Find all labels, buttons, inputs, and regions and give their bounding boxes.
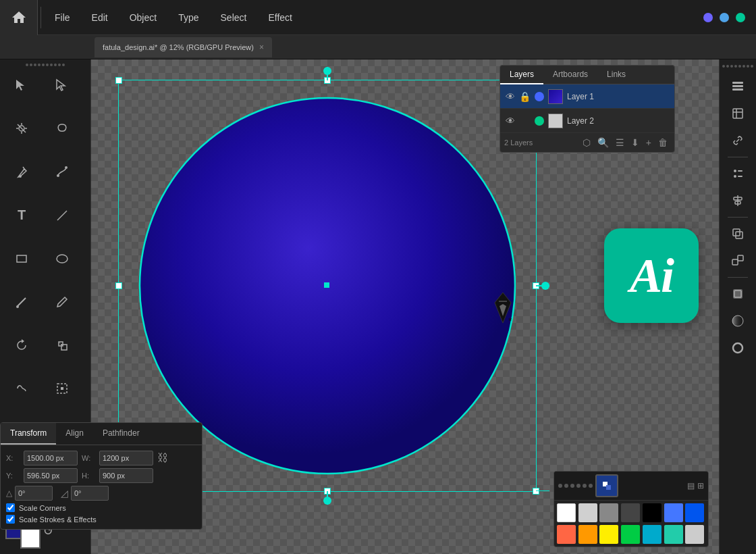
svg-point-10 <box>57 174 59 177</box>
svg-point-44 <box>734 175 736 178</box>
transform-yh-row: Y: H: <box>6 468 196 483</box>
angle-2-input[interactable] <box>71 486 109 501</box>
layer-row-2[interactable]: 👁 🔒 Layer 2 <box>500 109 674 133</box>
swatch-grid-view-btn[interactable]: ⊞ <box>697 481 704 490</box>
right-panel-artboards-btn[interactable] <box>724 101 751 126</box>
tab-close-button[interactable]: × <box>259 43 264 52</box>
right-panel-align-btn[interactable] <box>724 188 751 213</box>
angle-group-2: ◿ <box>61 486 109 501</box>
swatch-teal[interactable] <box>664 525 683 544</box>
win-btn-1[interactable] <box>703 13 713 22</box>
swatch-list-view-btn[interactable]: ▤ <box>687 481 695 490</box>
win-btn-2[interactable] <box>720 13 729 22</box>
right-panel-pathfinder-btn[interactable] <box>724 222 751 246</box>
pen-tool[interactable] <box>5 159 38 184</box>
scale-tool[interactable] <box>46 333 78 357</box>
win-btn-3[interactable] <box>736 13 745 22</box>
swatch-black[interactable] <box>643 503 662 522</box>
swatch-dark-gray[interactable] <box>621 503 640 522</box>
svg-rect-37 <box>732 82 743 84</box>
scale-corners-checkbox[interactable] <box>6 503 15 512</box>
angle-1-input[interactable] <box>15 486 53 501</box>
menu-edit[interactable]: Edit <box>81 0 119 35</box>
swatch-light-gray[interactable] <box>578 503 597 522</box>
layer-1-lock[interactable]: 🔒 <box>519 91 531 102</box>
make-sublayer-btn[interactable]: ⬡ <box>580 136 593 149</box>
warp-tool[interactable] <box>5 376 38 401</box>
right-panel-transform-btn[interactable] <box>724 249 751 273</box>
menu-effect[interactable]: Effect <box>257 0 303 35</box>
document-tab[interactable]: fatula_design.ai* @ 12% (RGB/GPU Preview… <box>94 37 272 57</box>
swatch-green[interactable] <box>621 525 640 544</box>
h-input[interactable] <box>99 468 153 483</box>
collect-in-new-layer-btn[interactable]: ☰ <box>613 136 627 149</box>
delete-layer-btn[interactable]: 🗑 <box>655 136 670 149</box>
layer-row-1[interactable]: 👁 🔒 Layer 1 <box>500 84 674 109</box>
direct-selection-tool[interactable] <box>46 73 78 97</box>
magic-wand-tool[interactable] <box>5 116 38 141</box>
paintbrush-tool[interactable] <box>5 290 38 314</box>
type-tool[interactable]: T <box>5 203 38 228</box>
layers-tab-layers[interactable]: Layers <box>500 66 543 84</box>
right-panel-layers-btn[interactable] <box>724 74 751 99</box>
layer-1-visibility[interactable]: 👁 <box>506 91 515 102</box>
layer-2-visibility[interactable]: 👁 <box>506 116 515 126</box>
scale-strokes-label: Scale Strokes & Effects <box>19 515 97 524</box>
right-panel-links-btn[interactable] <box>724 128 751 153</box>
right-panel-properties-btn[interactable] <box>724 161 751 186</box>
line-segment-tool[interactable] <box>46 203 78 228</box>
right-panel-appearance-btn[interactable] <box>724 282 751 306</box>
swatch-mid-gray[interactable] <box>599 503 618 522</box>
layers-tab-artboards[interactable]: Artboards <box>543 66 597 84</box>
circle-object[interactable] <box>132 93 523 478</box>
pencil-tool[interactable] <box>46 290 78 314</box>
layers-panel: Layers Artboards Links 👁 🔒 Layer 1 👁 🔒 L… <box>500 65 675 153</box>
swatch-teal-blue[interactable] <box>643 525 662 544</box>
home-icon <box>11 9 27 26</box>
svg-point-43 <box>734 170 736 172</box>
scale-strokes-row: Scale Strokes & Effects <box>6 515 196 524</box>
lasso-tool[interactable] <box>46 116 78 141</box>
swatch-yellow[interactable] <box>599 525 618 544</box>
swatch-pale-gray[interactable] <box>685 525 704 544</box>
y-input[interactable] <box>24 468 78 483</box>
svg-rect-53 <box>738 255 743 261</box>
menu-object[interactable]: Object <box>119 0 167 35</box>
svg-rect-45 <box>738 170 742 172</box>
y-label: Y: <box>6 472 20 480</box>
transform-tab-transform[interactable]: Transform <box>1 423 56 445</box>
toolbar-drag-handle <box>0 59 90 70</box>
swatch-orange-red[interactable] <box>557 525 576 544</box>
swatch-grid-row2 <box>554 525 708 547</box>
swatch-blue[interactable] <box>664 503 683 522</box>
scale-strokes-checkbox[interactable] <box>6 515 15 524</box>
layers-tab-links[interactable]: Links <box>597 66 635 84</box>
swatch-dark-blue[interactable] <box>685 503 704 522</box>
w-input[interactable] <box>99 451 153 465</box>
transform-tab-align[interactable]: Align <box>56 423 93 445</box>
swatch-logo <box>595 474 618 497</box>
rotate-tool[interactable] <box>5 333 38 357</box>
right-panel-gradient-btn[interactable] <box>724 309 751 333</box>
proportional-lock-btn[interactable]: ⛓ <box>157 452 168 464</box>
x-input[interactable] <box>24 451 78 465</box>
home-button[interactable] <box>0 0 38 35</box>
locate-object-btn[interactable]: 🔍 <box>595 136 612 149</box>
new-layer-btn[interactable]: + <box>643 136 654 149</box>
swatch-orange[interactable] <box>578 525 597 544</box>
swatch-white[interactable] <box>557 503 576 522</box>
right-panel-stroke-btn[interactable] <box>724 336 751 360</box>
free-transform-tool[interactable] <box>46 376 78 401</box>
selection-tool[interactable] <box>5 73 38 97</box>
menu-type[interactable]: Type <box>167 0 209 35</box>
curvature-tool[interactable] <box>46 159 78 184</box>
transform-tab-pathfinder[interactable]: Pathfinder <box>93 423 149 445</box>
transform-panel: Transform Align Pathfinder X: W: ⛓ Y: H: <box>0 422 202 530</box>
menu-select[interactable]: Select <box>210 0 258 35</box>
ellipse-tool[interactable] <box>46 247 78 271</box>
move-to-current-layer-btn[interactable]: ⬇ <box>628 136 642 149</box>
menu-file[interactable]: File <box>44 0 81 35</box>
rectangle-tool[interactable] <box>5 247 38 271</box>
swatch-icon-area: ▤ ⊞ <box>687 481 704 490</box>
menubar: File Edit Object Type Select Effect <box>0 0 756 35</box>
